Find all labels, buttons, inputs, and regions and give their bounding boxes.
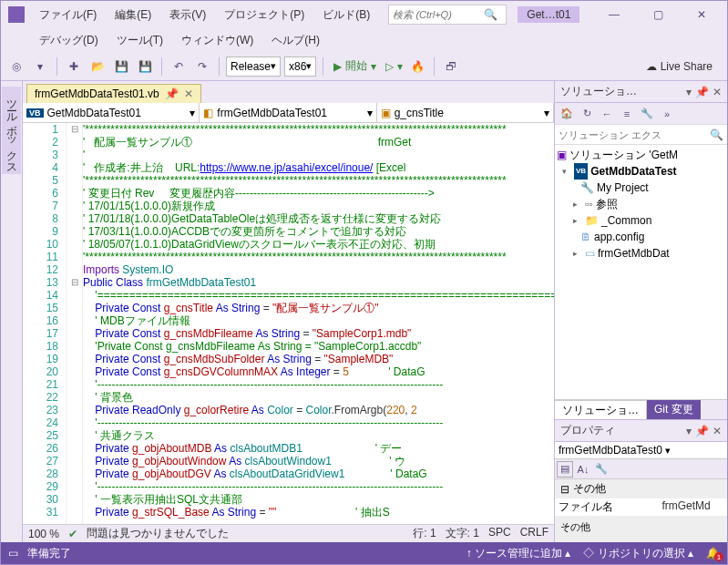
- save-all-icon[interactable]: 💾: [135, 56, 155, 77]
- window-title-tag: Get…t01: [518, 6, 579, 23]
- line-indicator[interactable]: 行: 1: [413, 526, 436, 541]
- indent-indicator[interactable]: SPC: [488, 526, 511, 541]
- nav-fwd-icon[interactable]: ▾: [30, 56, 50, 77]
- form-file-icon: ▭: [585, 245, 595, 262]
- dropdown-icon[interactable]: ▾: [686, 86, 692, 98]
- wrench-icon[interactable]: 🔧: [639, 106, 655, 122]
- project-dropdown[interactable]: VBGetMdbDataTest01▾: [23, 103, 200, 122]
- toolbox-tab[interactable]: ツールボックス: [1, 81, 23, 542]
- class-dropdown[interactable]: ◧frmGetMdbDataTest01▾: [200, 103, 376, 122]
- output-icon[interactable]: ▭: [8, 547, 18, 560]
- panel-close-icon[interactable]: ✕: [713, 425, 722, 437]
- menu-file[interactable]: ファイル(F): [32, 4, 104, 26]
- git-changes-tab[interactable]: Git 変更: [647, 400, 701, 419]
- new-item-icon[interactable]: ✚: [64, 56, 84, 77]
- property-row[interactable]: ファイル名 frmGetMd: [555, 498, 727, 517]
- wrench-icon: 🔧: [580, 180, 594, 196]
- sync-icon[interactable]: ↻: [579, 106, 595, 122]
- search-input[interactable]: [393, 9, 484, 20]
- config-file-icon: 🗎: [580, 229, 591, 245]
- add-source-control[interactable]: ↑ ソース管理に追加 ▴: [467, 546, 571, 561]
- pin-icon[interactable]: 📌: [165, 87, 179, 100]
- alphabetical-icon[interactable]: A↓: [575, 461, 591, 478]
- props-wrench-icon[interactable]: 🔧: [593, 461, 610, 478]
- references-icon: ▫▫: [585, 196, 593, 212]
- config-combo[interactable]: Release ▾: [226, 56, 281, 77]
- properties-object-combo[interactable]: frmGetMdbDataTest0 ▾: [555, 442, 727, 459]
- maximize-button[interactable]: ▢: [640, 4, 676, 26]
- fold-column[interactable]: ⊟⊟: [67, 123, 83, 524]
- redo-icon[interactable]: ↷: [192, 56, 212, 77]
- live-share-button[interactable]: ☁ Live Share: [637, 60, 722, 73]
- start-button[interactable]: ▶ 開始 ▾: [330, 58, 380, 74]
- pin-icon[interactable]: 📌: [695, 425, 709, 437]
- menu-build[interactable]: ビルド(B): [315, 4, 377, 26]
- open-icon[interactable]: 📂: [87, 56, 108, 77]
- home-icon[interactable]: 🏠: [559, 106, 575, 122]
- undo-icon[interactable]: ↶: [169, 56, 189, 77]
- nav-back-icon[interactable]: ◎: [6, 56, 26, 77]
- minimize-button[interactable]: —: [596, 4, 632, 26]
- dropdown-icon[interactable]: ▾: [686, 425, 692, 437]
- back-icon[interactable]: ←: [599, 106, 615, 122]
- browser-icon[interactable]: 🗗: [441, 56, 461, 77]
- vs-logo-icon: [8, 6, 25, 23]
- categorized-icon[interactable]: ▤: [557, 461, 573, 478]
- menu-project[interactable]: プロジェクト(P): [217, 4, 312, 26]
- issues-ok-icon: ✔: [68, 528, 77, 540]
- editor-tab[interactable]: frmGetMdbDataTest01.vb 📌 ✕: [26, 84, 201, 103]
- menu-debug[interactable]: デバッグ(D): [32, 29, 106, 52]
- search-icon[interactable]: 🔍: [710, 128, 723, 141]
- tab-label: frmGetMdbDataTest01.vb: [35, 87, 159, 100]
- more-icon[interactable]: »: [659, 106, 675, 122]
- issues-text[interactable]: 問題は見つかりませんでした: [87, 526, 229, 541]
- search-icon[interactable]: 🔍: [484, 8, 497, 21]
- hot-reload-icon[interactable]: 🔥: [407, 56, 427, 77]
- solution-explorer-header[interactable]: ソリューショ… ▾📌✕: [555, 81, 727, 103]
- solution-tree[interactable]: ▣ソリューション 'GetM ▾VBGetMdbDataTest 🔧My Pro…: [555, 145, 727, 399]
- save-icon[interactable]: 💾: [111, 56, 131, 77]
- menu-help[interactable]: ヘルプ(H): [264, 29, 327, 52]
- solution-icon: ▣: [557, 147, 567, 163]
- close-button[interactable]: ✕: [683, 4, 720, 26]
- solution-tab[interactable]: ソリューショ…: [555, 400, 647, 420]
- member-dropdown[interactable]: ▣g_cnsTitle▾: [377, 103, 554, 122]
- line-number-gutter: 1234567891011121314151617181920212223242…: [23, 123, 67, 524]
- tab-close-icon[interactable]: ✕: [184, 87, 193, 100]
- menu-view[interactable]: 表示(V): [162, 4, 213, 26]
- folder-icon: 📁: [585, 212, 599, 229]
- property-category[interactable]: ⊟その他: [555, 479, 727, 498]
- menu-window[interactable]: ウィンドウ(W): [174, 29, 261, 52]
- pin-icon[interactable]: 📌: [695, 86, 709, 98]
- property-description: その他: [555, 517, 727, 542]
- vb-project-icon: VB: [574, 163, 588, 180]
- lineending-indicator[interactable]: CRLF: [520, 526, 549, 541]
- status-ready: 準備完了: [27, 546, 71, 561]
- menu-tools[interactable]: ツール(T): [109, 29, 170, 52]
- col-indicator[interactable]: 文字: 1: [446, 526, 479, 541]
- select-repo[interactable]: ◇ リポジトリの選択 ▴: [583, 546, 693, 561]
- platform-combo[interactable]: x86 ▾: [284, 56, 316, 77]
- properties-header[interactable]: プロパティ ▾📌✕: [555, 420, 727, 442]
- menu-edit[interactable]: 編集(E): [108, 4, 159, 26]
- solution-search-input[interactable]: [559, 129, 710, 140]
- panel-close-icon[interactable]: ✕: [713, 86, 722, 98]
- search-box[interactable]: 🔍: [388, 5, 507, 25]
- code-editor[interactable]: '***************************************…: [83, 123, 554, 524]
- collapse-icon[interactable]: ≡: [619, 106, 635, 122]
- notifications-icon[interactable]: 🔔1: [706, 547, 720, 560]
- zoom-level[interactable]: 100 %: [28, 528, 59, 540]
- start-no-debug-icon[interactable]: ▷ ▾: [384, 56, 404, 77]
